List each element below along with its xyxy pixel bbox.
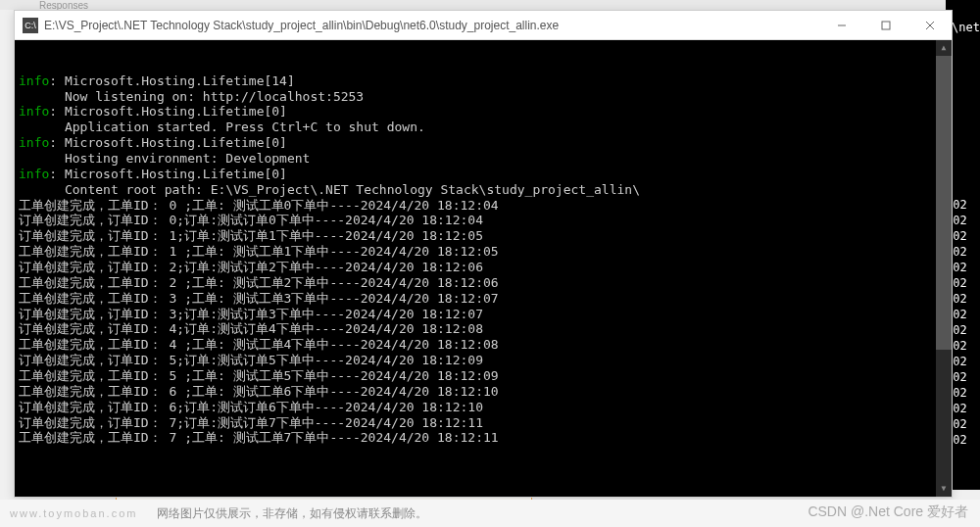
minimize-button[interactable]	[819, 11, 863, 40]
bg-strip-line: \net	[952, 20, 980, 35]
console-line: 订单创建完成，订单ID： 1;订单:测试订单1下单中----2024/4/20 …	[19, 228, 948, 244]
console-line: 工单创建完成，工单ID： 3 ;工单: 测试工单3下单中----2024/4/2…	[19, 291, 948, 307]
console-line: info: Microsoft.Hosting.Lifetime[14]	[19, 73, 948, 89]
console-line: Now listening on: http://localhost:5253	[19, 89, 948, 105]
maximize-icon	[881, 21, 891, 30]
console-line: 订单创建完成，订单ID： 3;订单:测试订单3下单中----2024/4/20 …	[19, 307, 948, 322]
console-line: 工单创建完成，工单ID： 1 ;工单: 测试工单1下单中----2024/4/2…	[19, 244, 948, 260]
console-line: 工单创建完成，工单ID： 4 ;工单: 测试工单4下单中----2024/4/2…	[19, 337, 948, 353]
log-level-info: info	[19, 167, 49, 181]
console-line: 订单创建完成，订单ID： 4;订单:测试订单4下单中----2024/4/20 …	[19, 321, 948, 337]
console-line: 工单创建完成，工单ID： 0 ;工单: 测试工单0下单中----2024/4/2…	[19, 198, 948, 214]
scrollbar-thumb[interactable]	[936, 56, 952, 350]
console-output[interactable]: info: Microsoft.Hosting.Lifetime[14] Now…	[15, 40, 952, 497]
scroll-down-arrow-icon[interactable]: ▼	[936, 481, 952, 497]
footer-disclaimer: 网络图片仅供展示，非存储，如有侵权请联系删除。	[157, 505, 427, 522]
window-title-path: E:\VS_Project\.NET Technology Stack\stud…	[44, 19, 819, 32]
console-line: 工单创建完成，工单ID： 2 ;工单: 测试工单2下单中----2024/4/2…	[19, 275, 948, 291]
console-line: 订单创建完成，订单ID： 2;订单:测试订单2下单中----2024/4/20 …	[19, 260, 948, 275]
minimize-icon	[837, 21, 847, 30]
window-titlebar[interactable]: C:\ E:\VS_Project\.NET Technology Stack\…	[15, 11, 952, 40]
console-line: Application started. Press Ctrl+C to shu…	[19, 120, 948, 135]
scroll-up-arrow-icon[interactable]: ▲	[936, 40, 952, 56]
app-icon: C:\	[23, 18, 38, 33]
close-button[interactable]	[907, 11, 952, 40]
console-window: C:\ E:\VS_Project\.NET Technology Stack\…	[14, 10, 953, 498]
console-line: 订单创建完成，订单ID： 0;订单:测试订单0下单中----2024/4/20 …	[19, 213, 948, 228]
log-level-info: info	[19, 73, 49, 88]
log-level-info: info	[19, 104, 49, 119]
maximize-button[interactable]	[863, 11, 907, 40]
console-line: 订单创建完成，订单ID： 5;订单:测试订单5下单中----2024/4/20 …	[19, 353, 948, 368]
console-line: info: Microsoft.Hosting.Lifetime[0]	[19, 135, 948, 151]
console-line: 订单创建完成，订单ID： 7;订单:测试订单7下单中----2024/4/20 …	[19, 415, 948, 431]
log-level-info: info	[19, 135, 49, 150]
footer-domain: www.toymoban.com	[10, 507, 137, 519]
background-partial-text: Responses	[0, 0, 980, 10]
console-line: info: Microsoft.Hosting.Lifetime[0]	[19, 167, 948, 182]
window-controls	[819, 11, 952, 40]
console-line: 工单创建完成，工单ID： 7 ;工单: 测试工单7下单中----2024/4/2…	[19, 430, 948, 446]
console-line: 工单创建完成，工单ID： 6 ;工单: 测试工单6下单中----2024/4/2…	[19, 384, 948, 400]
console-line: Hosting environment: Development	[19, 151, 948, 167]
console-line: 订单创建完成，订单ID： 6;订单:测试订单6下单中----2024/4/20 …	[19, 400, 948, 415]
close-icon	[925, 21, 935, 30]
console-line: 工单创建完成，工单ID： 5 ;工单: 测试工单5下单中----2024/4/2…	[19, 368, 948, 384]
console-line: info: Microsoft.Hosting.Lifetime[0]	[19, 104, 948, 120]
console-line: Content root path: E:\VS_Project\.NET Te…	[19, 182, 948, 198]
watermark-text: CSDN @.Net Core 爱好者	[808, 503, 968, 521]
svg-rect-1	[882, 22, 890, 29]
vertical-scrollbar[interactable]: ▲ ▼	[936, 40, 952, 497]
